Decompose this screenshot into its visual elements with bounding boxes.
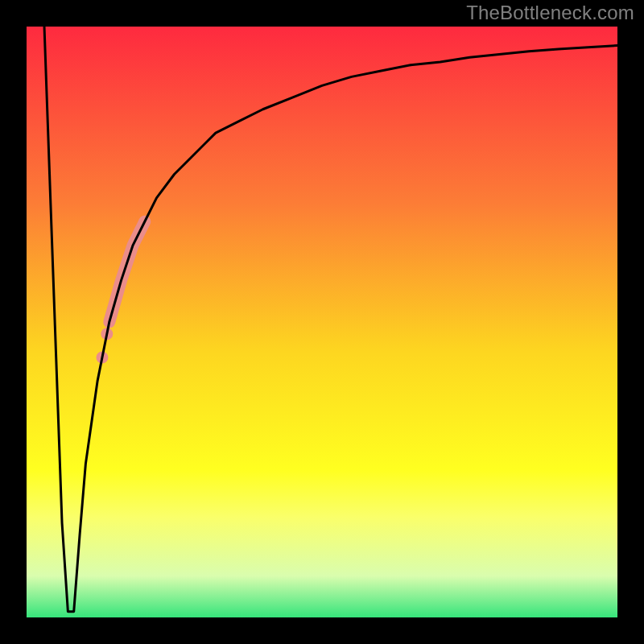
watermark-text: TheBottleneck.com xyxy=(466,2,634,24)
chart-svg xyxy=(0,0,644,644)
chart-frame: TheBottleneck.com xyxy=(0,0,644,644)
